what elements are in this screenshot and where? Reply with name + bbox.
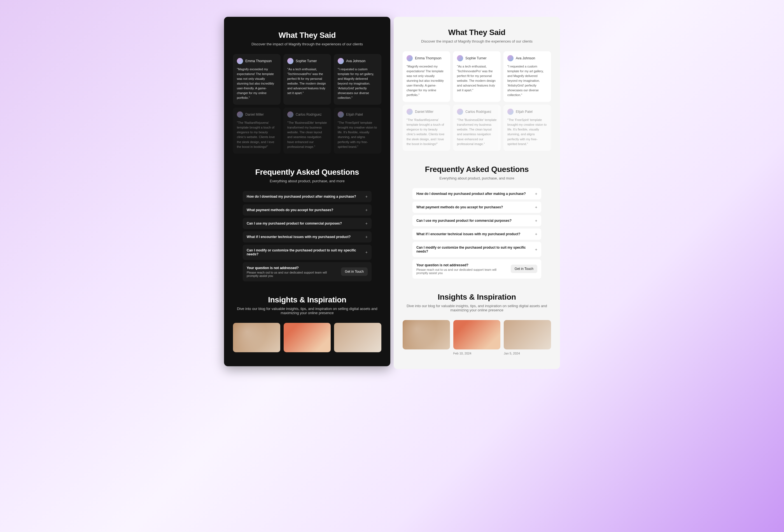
testimonial-quote: "The 'BusinessElite' template transforme… — [287, 120, 327, 149]
avatar — [237, 58, 243, 64]
faq-item[interactable]: Can I use my purchased product for comme… — [243, 218, 371, 229]
testimonial-quote: "As a tech enthusiast, 'TechInnovatePro'… — [287, 67, 327, 95]
plus-icon: + — [365, 222, 368, 225]
faq-question: What payment methods do you accept for p… — [416, 205, 535, 209]
faq-question: Can I modify or customize the purchased … — [247, 248, 365, 256]
testimonial-name: Emma Thompson — [415, 56, 441, 61]
plus-icon: + — [365, 195, 368, 198]
dark-theme-preview: What They Said Discover the impact of Ma… — [224, 17, 390, 366]
faq-item[interactable]: How do I download my purchased product a… — [243, 191, 371, 202]
blog-card[interactable] — [284, 323, 331, 352]
faq-item[interactable]: What payment methods do you accept for p… — [243, 204, 371, 216]
blog-image — [453, 320, 501, 349]
blog-grid: Feb 10, 2024 Jan 5, 2024 — [403, 320, 551, 355]
faq-heading: Frequently Asked Questions — [403, 165, 551, 174]
avatar — [237, 111, 243, 118]
faq-question: Can I modify or customize the purchased … — [416, 246, 535, 253]
faq-item[interactable]: Can I use my purchased product for comme… — [413, 215, 541, 226]
faq-item[interactable]: What payment methods do you accept for p… — [413, 202, 541, 213]
testimonial-name: Carlos Rodriguez — [465, 109, 492, 114]
faq-subheading: Everything about product, purchase, and … — [233, 179, 381, 183]
testimonial-name: Daniel Miller — [415, 109, 433, 114]
testimonial-name: Carlos Rodriguez — [296, 112, 322, 117]
plus-icon: + — [535, 248, 537, 251]
testimonial-card: Elijah Patel "The 'FreeSpirit' template … — [503, 105, 551, 151]
avatar — [407, 55, 413, 61]
light-theme-preview: What They Said Discover the impact of Ma… — [394, 17, 560, 369]
faq-contact-card: Your question is not addressed? Please r… — [413, 259, 541, 279]
blog-date: Jan 5, 2024 — [504, 352, 551, 355]
blog-grid — [233, 323, 381, 352]
blog-heading: Insights & Inspiration — [403, 292, 551, 302]
faq-contact-sub: Please reach out to us and our dedicated… — [416, 268, 507, 275]
faq-question: Can I use my purchased product for comme… — [416, 219, 535, 223]
faq-question: What payment methods do you accept for p… — [247, 208, 365, 212]
testimonials-heading: What They Said — [233, 31, 381, 40]
faq-subheading: Everything about product, purchase, and … — [403, 176, 551, 180]
blog-image — [284, 323, 331, 352]
testimonials-grid: Emma Thompson "Magnify exceeded my expec… — [403, 51, 551, 151]
blog-section: Insights & Inspiration Dive into our blo… — [394, 292, 560, 369]
faq-question: What if I encounter technical issues wit… — [247, 235, 365, 239]
blog-card[interactable] — [233, 323, 280, 352]
blog-section: Insights & Inspiration Dive into our blo… — [224, 296, 390, 366]
avatar — [338, 58, 344, 64]
blog-card[interactable] — [403, 320, 450, 355]
get-in-touch-button[interactable]: Get in Touch — [511, 264, 537, 273]
avatar — [457, 109, 463, 115]
testimonial-card: Ava Johnson "I requested a custom templa… — [334, 54, 381, 105]
testimonial-quote: "As a tech enthusiast, 'TechInnovatePro'… — [457, 64, 497, 93]
testimonial-quote: "The 'BusinessElite' template transforme… — [457, 118, 497, 146]
faq-section: Frequently Asked Questions Everything ab… — [394, 165, 560, 292]
testimonial-card: Emma Thompson "Magnify exceeded my expec… — [403, 51, 450, 102]
testimonial-name: Daniel Miller — [245, 112, 264, 117]
testimonial-quote: "Magnify exceeded my expectations! The t… — [237, 67, 277, 100]
blog-card[interactable]: Feb 10, 2024 — [453, 320, 501, 355]
testimonials-heading: What They Said — [403, 28, 551, 37]
testimonials-section: What They Said Discover the impact of Ma… — [224, 31, 390, 168]
plus-icon: + — [535, 232, 537, 236]
blog-card[interactable]: Jan 5, 2024 — [504, 320, 551, 355]
faq-contact-sub: Please reach out to us and our dedicated… — [247, 271, 338, 278]
testimonial-card: Daniel Miller "The 'RadiantRejuvena' tem… — [233, 108, 281, 153]
faq-list: How do I download my purchased product a… — [413, 188, 541, 279]
faq-item[interactable]: What if I encounter technical issues wit… — [413, 228, 541, 240]
testimonial-quote: "The 'FreeSpirit' template brought my cr… — [338, 120, 377, 149]
testimonials-section: What They Said Discover the impact of Ma… — [394, 17, 560, 165]
blog-image — [233, 323, 280, 352]
plus-icon: + — [535, 192, 537, 196]
testimonial-card: Emma Thompson "Magnify exceeded my expec… — [233, 54, 281, 105]
faq-question: What if I encounter technical issues wit… — [416, 232, 535, 236]
blog-date: Feb 10, 2024 — [453, 352, 501, 355]
blog-card[interactable] — [334, 323, 381, 352]
testimonial-card: Sophie Turner "As a tech enthusiast, 'Te… — [283, 54, 331, 105]
faq-contact-title: Your question is not addressed? — [247, 266, 338, 270]
testimonial-quote: "The 'FreeSpirit' template brought my cr… — [507, 118, 547, 146]
faq-section: Frequently Asked Questions Everything ab… — [224, 168, 390, 296]
avatar — [338, 111, 344, 118]
get-in-touch-button[interactable]: Get in Touch — [341, 268, 368, 276]
plus-icon: + — [535, 219, 537, 223]
blog-image — [403, 320, 450, 349]
faq-item[interactable]: Can I modify or customize the purchased … — [413, 242, 541, 257]
testimonial-quote: "Magnify exceeded my expectations! The t… — [407, 64, 446, 97]
avatar — [507, 109, 513, 115]
blog-image — [334, 323, 381, 352]
testimonial-quote: "I requested a custom template for my ar… — [338, 67, 377, 100]
testimonial-card: Ava Johnson "I requested a custom templa… — [503, 51, 551, 102]
testimonial-name: Emma Thompson — [245, 58, 272, 64]
plus-icon: + — [535, 205, 537, 209]
testimonial-quote: "I requested a custom template for my ar… — [507, 64, 547, 97]
faq-item[interactable]: What if I encounter technical issues wit… — [243, 231, 371, 243]
faq-item[interactable]: Can I modify or customize the purchased … — [243, 245, 371, 260]
faq-contact-card: Your question is not addressed? Please r… — [243, 262, 371, 281]
testimonial-card: Daniel Miller "The 'RadiantRejuvena' tem… — [403, 105, 450, 151]
testimonial-card: Carlos Rodriguez "The 'BusinessElite' te… — [453, 105, 501, 151]
avatar — [287, 58, 293, 64]
faq-item[interactable]: How do I download my purchased product a… — [413, 188, 541, 199]
plus-icon: + — [365, 250, 368, 254]
testimonials-grid: Emma Thompson "Magnify exceeded my expec… — [233, 54, 381, 154]
testimonial-name: Elijah Patel — [516, 109, 533, 114]
testimonial-name: Ava Johnson — [346, 58, 365, 64]
testimonial-card: Sophie Turner "As a tech enthusiast, 'Te… — [453, 51, 501, 102]
